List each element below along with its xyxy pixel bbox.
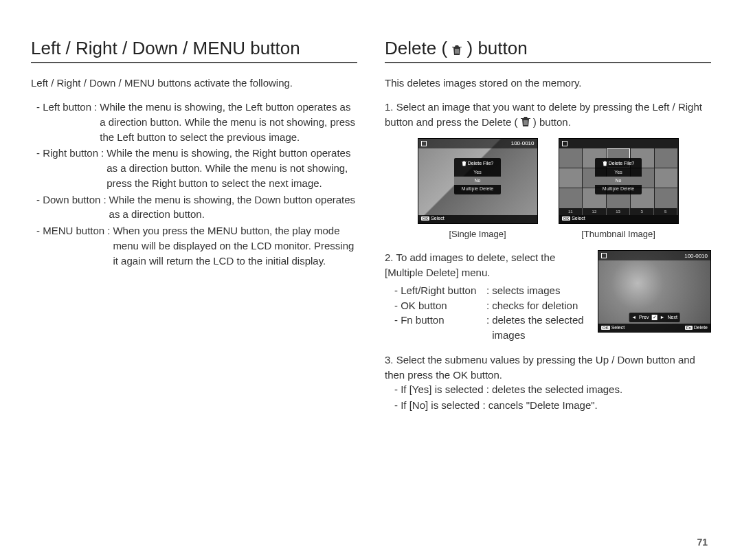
step-1: 1. Select an image that you want to dele… [385,100,711,240]
step-2: 2. To add images to delete, select the [… [385,250,711,343]
multiple-delete-preview: 100-0010 ◄Prev ✓ ►Next OK Select Fn Dele… [598,250,711,333]
thumbnail-image-preview: Delete File? Yes No Multiple Delete 1112… [559,138,679,241]
trash-icon [521,116,530,127]
trash-icon [603,161,607,166]
def-menu-button: - MENU button : When you press the MENU … [36,223,357,268]
def-right-button: - Right button : While the menu is showi… [36,146,357,190]
left-column: Left / Right / Down / MENU button Left /… [31,38,357,423]
delete-dialog: Delete File? Yes No Multiple Delete [595,158,642,195]
def-left-button: - Left button : While the menu is showin… [36,100,357,144]
button-definitions: - Left button : While the menu is showin… [36,100,357,268]
trash-icon [462,161,466,166]
delete-dialog: Delete File? Yes No Multiple Delete [454,158,501,195]
prev-next-bar: ◄Prev ✓ ►Next [629,313,680,322]
left-intro: Left / Right / Down / MENU buttons activ… [31,76,357,90]
right-column: Delete ( ) button This deletes images st… [385,38,711,423]
play-icon [421,141,427,146]
page-number: 71 [697,537,708,548]
right-heading: Delete ( ) button [385,38,711,63]
trash-icon [452,45,462,56]
left-heading: Left / Right / Down / MENU button [31,38,357,63]
play-icon [562,141,567,146]
play-icon [601,253,607,258]
single-image-preview: 100-0010 Delete File? Yes No Multiple De… [418,138,538,241]
step-3: 3. Select the submenu values by pressing… [385,352,711,414]
right-intro: This deletes images stored on the memory… [385,76,711,90]
check-icon: ✓ [652,315,657,320]
def-down-button: - Down button : While the menu is showin… [36,192,357,223]
